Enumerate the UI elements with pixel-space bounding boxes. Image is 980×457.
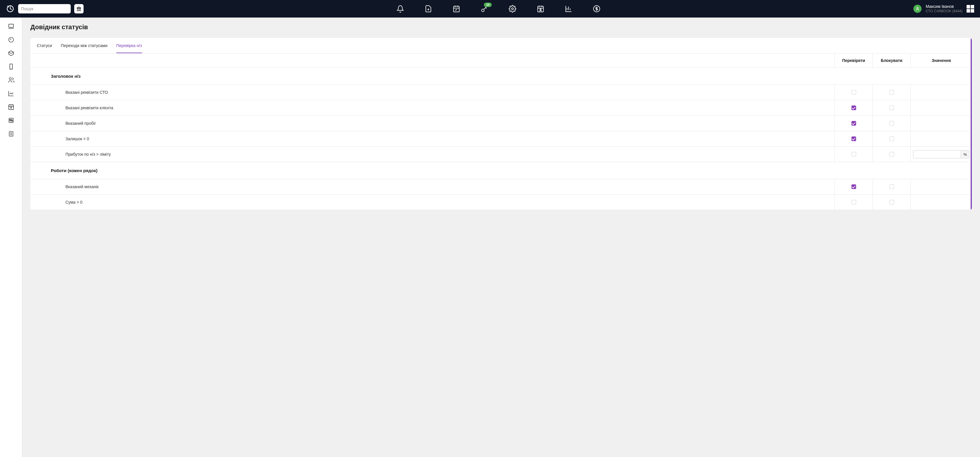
table-row: Залишок = 0 [30,131,972,146]
gear-icon[interactable] [509,5,516,13]
sidebar-item-people[interactable] [8,76,14,84]
table-area: Перевіряти Блокувати Значення Заголовок … [30,54,972,210]
column-header-block: Блокувати [872,54,910,67]
tabs: СтатусиПереходи між статусамиПеревірка н… [30,38,972,54]
row-label: Вказані реквізити СТО [30,85,835,100]
content-card: СтатусиПереходи між статусамиПеревірка н… [30,38,972,210]
tab-2[interactable]: Перевірка н/з [116,43,142,53]
new-document-icon[interactable] [425,5,432,13]
checkbox-block[interactable] [889,137,894,141]
row-label: Залишок = 0 [30,131,835,146]
user-org: СТО CARBOOK (9444) [926,9,963,13]
svg-point-17 [11,119,11,120]
user-area[interactable]: Максим Іванов СТО CARBOOK (9444) [913,4,974,13]
sidebar-item-planning[interactable] [8,104,14,110]
table-header: Перевіряти Блокувати Значення [30,54,972,68]
apps-grid-icon[interactable] [967,5,974,13]
bell-icon[interactable] [396,5,404,13]
sidebar-item-list[interactable] [8,130,14,137]
person-calendar-icon[interactable] [537,5,544,13]
row-label: Сума > 0 [30,194,835,210]
section-header: Роботи (кожен рядок) [30,162,972,179]
svg-point-18 [12,120,13,121]
column-header-value: Значення [910,54,972,67]
tab-0[interactable]: Статуси [37,43,52,53]
table-row: Сума > 0 [30,194,972,210]
sidebar-item-analytics[interactable] [8,90,14,97]
table-row: Вказані реквізити СТО [30,85,972,100]
key-icon[interactable]: 10 [480,5,488,13]
checkbox-check[interactable] [851,90,856,95]
checkbox-block[interactable] [889,121,894,126]
section-header: Заголовок н/з [30,68,972,85]
sidebar-item-device[interactable] [8,63,14,70]
chart-icon[interactable] [565,5,573,13]
svg-rect-11 [10,64,12,69]
checkbox-block[interactable] [889,105,894,110]
sidebar-item-laptop[interactable] [8,23,14,30]
checkbox-check[interactable] [851,185,856,189]
bank-button[interactable] [74,4,84,13]
checkbox-block[interactable] [889,152,894,157]
svg-point-12 [9,78,11,80]
row-label: Вказані реквізити клієнта [30,100,835,115]
sidebar-item-controls[interactable] [8,117,14,124]
checkbox-block[interactable] [889,90,894,95]
column-header-check: Перевіряти [835,54,872,67]
svg-point-14 [11,107,12,108]
dollar-icon[interactable] [593,5,600,13]
checkbox-block[interactable] [889,200,894,205]
table-row: Вказаний пробіг [30,116,972,131]
sidebar [0,18,22,457]
value-suffix: % [961,150,969,158]
row-label: Вказаний механік [30,179,835,194]
svg-point-6 [540,9,541,10]
checkbox-check[interactable] [851,105,856,110]
table-row: Прибуток по н/з > ліміту% [30,146,972,162]
app-logo[interactable] [6,5,14,13]
search-input[interactable] [21,6,72,11]
sidebar-item-box[interactable] [8,50,14,57]
top-header: 10 [0,0,980,18]
value-input[interactable] [913,150,961,158]
key-badge: 10 [484,3,492,7]
checkbox-check[interactable] [851,200,856,205]
sidebar-item-dashboard[interactable] [8,36,14,43]
row-label: Прибуток по н/з > ліміту [30,146,835,162]
checkbox-check[interactable] [851,121,856,126]
svg-point-4 [512,8,514,10]
tab-1[interactable]: Переходи між статусами [61,43,108,53]
main-area: Довідник статусів СтатусиПереходи між ст… [22,18,980,457]
svg-rect-2 [453,6,459,12]
user-name: Максим Іванов [926,4,963,9]
svg-rect-5 [538,6,544,12]
user-info: Максим Іванов СТО CARBOOK (9444) [926,4,963,13]
page-title: Довідник статусів [30,23,972,31]
checkbox-check[interactable] [851,137,856,141]
svg-point-3 [482,9,484,12]
row-label: Вказаний пробіг [30,116,835,131]
svg-point-16 [10,119,10,120]
header-icons: 10 [87,5,910,13]
svg-rect-9 [8,24,13,27]
table-row: Вказані реквізити клієнта [30,100,972,116]
avatar [913,5,921,13]
checkbox-check[interactable] [851,152,856,157]
table-row: Вказаний механік [30,179,972,194]
search-box[interactable] [18,4,71,13]
checklist-calendar-icon[interactable] [453,5,460,13]
svg-point-8 [917,7,918,9]
checkbox-block[interactable] [889,185,894,189]
